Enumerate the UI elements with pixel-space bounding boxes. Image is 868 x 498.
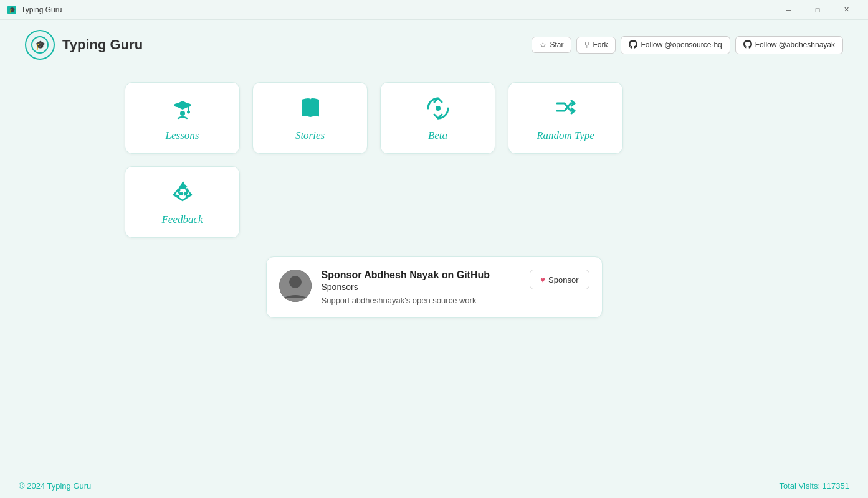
total-visits: Total Visits: 117351 — [780, 481, 850, 491]
star-button[interactable]: ☆ Star — [532, 37, 571, 53]
svg-text:♻: ♻ — [175, 181, 189, 200]
random-type-card[interactable]: Random Type — [508, 82, 623, 154]
fork-button[interactable]: ⑂ Fork — [576, 37, 616, 54]
sponsor-description: Support abdheshnayak's open source work — [322, 296, 520, 305]
sponsor-avatar — [279, 270, 312, 302]
heart-icon: ♥ — [540, 275, 545, 284]
sponsor-title: Sponsor Abdhesh Nayak on GitHub — [322, 270, 520, 281]
follow-opensource-label: Follow @opensource-hq — [641, 40, 722, 49]
star-label: Star — [550, 40, 563, 49]
svg-text:🎓: 🎓 — [35, 40, 46, 50]
svg-point-7 — [436, 106, 441, 111]
footer: © 2024 Typing Guru Total Visits: 117351 — [0, 473, 868, 498]
copyright: © 2024 Typing Guru — [19, 481, 91, 491]
titlebar-left: 🎓 Typing Guru — [7, 6, 62, 14]
sponsor-info: Sponsor Abdhesh Nayak on GitHub Sponsors… — [322, 270, 520, 305]
header-actions: ☆ Star ⑂ Fork Follow @opensource-hq Foll… — [532, 36, 843, 54]
refresh-icon — [426, 95, 451, 123]
minimize-button[interactable]: ─ — [775, 0, 803, 20]
recycle-icon: ♻ — [170, 179, 195, 207]
fork-label: Fork — [593, 40, 608, 49]
feedback-card[interactable]: ♻ Feedback — [125, 166, 240, 238]
svg-point-10 — [289, 276, 302, 288]
app-icon: 🎓 — [7, 6, 16, 14]
svg-point-5 — [187, 110, 190, 113]
sponsor-subtitle: Sponsors — [322, 282, 520, 292]
stories-card[interactable]: Stories — [252, 82, 368, 154]
maximize-button[interactable]: □ — [803, 0, 832, 20]
lessons-label: Lessons — [166, 129, 199, 142]
book-icon — [298, 95, 323, 123]
sponsor-button[interactable]: ♥ Sponsor — [530, 270, 589, 289]
sponsor-card: Sponsor Abdhesh Nayak on GitHub Sponsors… — [266, 256, 603, 318]
feedback-label: Feedback — [161, 214, 203, 226]
github-icon-1 — [629, 40, 637, 50]
header: 🎓 Typing Guru ☆ Star ⑂ Fork Follow @open… — [0, 20, 868, 70]
titlebar: 🎓 Typing Guru ─ □ ✕ — [0, 0, 868, 20]
follow-author-label: Follow @abdheshnayak — [755, 40, 835, 49]
logo-icon: 🎓 — [25, 30, 55, 60]
app-body: 🎓 Typing Guru ☆ Star ⑂ Fork Follow @open… — [0, 20, 868, 498]
shuffle-icon — [553, 95, 578, 123]
star-icon: ☆ — [540, 40, 546, 49]
github-icon-2 — [743, 40, 752, 50]
close-button[interactable]: ✕ — [832, 0, 861, 20]
cards-grid-row1: Lessons Stories — [125, 82, 623, 154]
sponsor-button-label: Sponsor — [548, 275, 578, 284]
beta-card[interactable]: Beta — [380, 82, 495, 154]
svg-point-6 — [180, 111, 185, 116]
lessons-card[interactable]: Lessons — [125, 82, 240, 154]
random-type-label: Random Type — [537, 129, 594, 142]
titlebar-controls: ─ □ ✕ — [775, 0, 861, 20]
fork-icon: ⑂ — [584, 40, 589, 50]
logo-area: 🎓 Typing Guru — [25, 30, 143, 60]
main-content: Lessons Stories — [0, 70, 868, 473]
app-name: Typing Guru — [62, 37, 143, 53]
follow-author-button[interactable]: Follow @abdheshnayak — [735, 36, 843, 54]
cards-grid-row2: ♻ Feedback — [125, 166, 240, 238]
sponsor-section: Sponsor Abdhesh Nayak on GitHub Sponsors… — [125, 256, 743, 337]
stories-label: Stories — [295, 129, 325, 142]
graduation-cap-icon — [170, 95, 195, 123]
follow-opensource-button[interactable]: Follow @opensource-hq — [621, 36, 730, 54]
titlebar-title: Typing Guru — [21, 6, 62, 14]
beta-label: Beta — [428, 129, 447, 142]
